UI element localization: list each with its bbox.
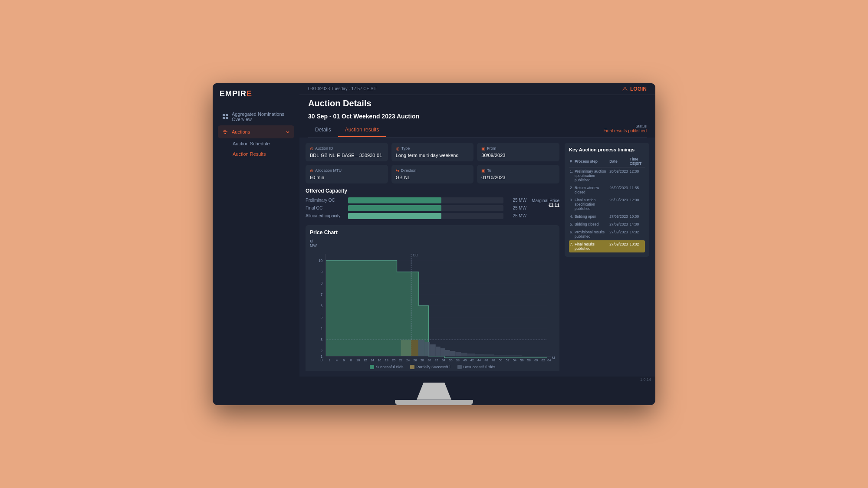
info-cards-row2: ⊕ Allocation MTU 60 min ⇆ Direction xyxy=(306,165,559,183)
svg-text:46: 46 xyxy=(484,358,488,362)
grid-icon xyxy=(222,114,228,120)
timings-time-4: 10:00 xyxy=(629,213,645,220)
allocated-capacity-bar-container xyxy=(348,213,503,219)
login-icon xyxy=(622,86,628,92)
legend-successful-label: Successful Bids xyxy=(376,365,404,369)
sidebar: EMPIRE Aggregated Nominations Overview xyxy=(213,83,299,383)
svg-text:62: 62 xyxy=(542,358,545,362)
timings-row-4: 4. Bidding open 27/09/2023 10:00 xyxy=(569,213,645,220)
legend-partially-dot xyxy=(410,365,414,369)
svg-text:24: 24 xyxy=(406,358,410,362)
marginal-price-label: Marginal Price xyxy=(532,198,559,203)
allocated-capacity-label: Allocated capacity xyxy=(306,213,345,218)
svg-rect-2 xyxy=(223,117,225,119)
timings-step-5: Bidding closed xyxy=(574,220,608,228)
svg-rect-69 xyxy=(441,348,445,356)
timings-row-7: 7. Final results published 27/09/2023 18… xyxy=(569,240,645,252)
timings-step-3: Final auction specification published xyxy=(574,196,608,213)
svg-rect-68 xyxy=(436,347,441,356)
auction-subtitle: 30 Sep - 01 Oct Weekend 2023 Auction xyxy=(308,110,647,120)
monitor-stand xyxy=(213,383,655,405)
svg-rect-70 xyxy=(445,350,450,356)
type-value: Long-term multi-day weekend xyxy=(396,153,470,158)
price-chart-title: Price Chart xyxy=(310,229,555,236)
main-content: 03/10/2023 Tuesday - 17:57 CE|SIT LOGIN … xyxy=(299,83,655,383)
timings-row-1: 1. Preliminary auction specification pub… xyxy=(569,167,645,184)
preliminary-oc-label: Preliminary OC xyxy=(306,198,345,203)
svg-text:50: 50 xyxy=(499,358,502,362)
timings-card: Key Auction process timings # Process st… xyxy=(565,143,649,257)
tab-details[interactable]: Details xyxy=(308,123,338,137)
svg-text:12: 12 xyxy=(364,358,367,362)
svg-rect-63 xyxy=(401,340,411,356)
chart-area: 10 9 8 7 6 5 4 3 2 1 xyxy=(310,249,555,362)
svg-text:44: 44 xyxy=(477,358,481,362)
allocation-mtu-value: 60 min xyxy=(310,175,384,180)
svg-text:36: 36 xyxy=(449,358,452,362)
timings-row-3: 3. Final auction specification published… xyxy=(569,196,645,213)
login-button[interactable]: LOGIN xyxy=(622,86,647,92)
svg-text:60: 60 xyxy=(534,358,538,362)
svg-text:0: 0 xyxy=(321,357,323,362)
type-icon: ◎ xyxy=(396,146,400,151)
page-header: Auction Details 30 Sep - 01 Oct Weekend … xyxy=(299,95,655,138)
timings-row-2: 2. Return window closed 26/09/2023 11:55 xyxy=(569,184,645,196)
timings-time-6: 14:02 xyxy=(629,228,645,240)
sidebar-item-auctions[interactable]: Auctions xyxy=(218,125,294,138)
from-value: 30/09/2023 xyxy=(481,153,555,158)
preliminary-oc-bar-container xyxy=(348,197,503,203)
info-card-direction: ⇆ Direction GB-NL xyxy=(391,165,474,183)
svg-text:4: 4 xyxy=(321,326,323,330)
capacity-row-allocated: Allocated capacity 25 MW xyxy=(306,213,526,219)
info-cards-row1: ⊙ Auction ID BDL-GB-NL-E-BASE—330930-01 … xyxy=(306,143,559,161)
timings-step-2: Return window closed xyxy=(574,184,608,196)
sidebar-sub-auction-results[interactable]: Auction Results xyxy=(228,149,294,159)
allocated-capacity-bar xyxy=(348,213,441,219)
timings-num-5: 5. xyxy=(569,220,574,228)
legend-unsuccessful: Unsuccessful Bids xyxy=(457,365,496,369)
timings-num-3: 3. xyxy=(569,196,574,213)
allocated-capacity-value: 25 MW xyxy=(507,213,526,218)
from-icon: ▣ xyxy=(481,146,485,151)
gavel-icon xyxy=(222,129,228,135)
tabs: Details Auction results xyxy=(308,123,386,137)
sidebar-item-auctions-label: Auctions xyxy=(232,129,250,134)
svg-text:20: 20 xyxy=(392,358,395,362)
svg-text:OC: OC xyxy=(413,252,418,257)
svg-text:40: 40 xyxy=(463,358,467,362)
svg-text:30: 30 xyxy=(427,358,431,362)
sidebar-sub-auction-schedule[interactable]: Auction Schedule xyxy=(228,138,294,149)
chart-y-label: €/MW xyxy=(310,239,555,248)
svg-text:2: 2 xyxy=(329,358,331,362)
tab-auction-results[interactable]: Auction results xyxy=(338,123,386,137)
capacity-row-final: Final OC 25 MW xyxy=(306,205,526,211)
offered-capacity-section: Offered Capacity Preliminary OC 25 MW xyxy=(306,188,559,221)
timings-time-3: 12:00 xyxy=(629,196,645,213)
svg-text:6: 6 xyxy=(343,358,345,362)
svg-text:48: 48 xyxy=(492,358,495,362)
svg-text:42: 42 xyxy=(470,358,474,362)
svg-text:22: 22 xyxy=(399,358,403,362)
timings-num-2: 2. xyxy=(569,184,574,196)
svg-rect-3 xyxy=(226,117,228,119)
timings-time-2: 11:55 xyxy=(629,184,645,196)
page-title: Auction Details xyxy=(308,98,372,108)
svg-rect-1 xyxy=(226,114,228,116)
auction-id-value: BDL-GB-NL-E-BASE—330930-01 xyxy=(310,153,384,158)
sidebar-item-nominations[interactable]: Aggregated Nominations Overview xyxy=(218,108,294,125)
svg-text:26: 26 xyxy=(413,358,417,362)
svg-rect-4 xyxy=(223,131,227,132)
svg-rect-66 xyxy=(424,342,430,356)
svg-text:16: 16 xyxy=(378,358,381,362)
preliminary-oc-value: 25 MW xyxy=(507,198,526,203)
svg-text:28: 28 xyxy=(421,358,424,362)
legend-partially: Partially Successful xyxy=(410,365,450,369)
timings-num-4: 4. xyxy=(569,213,574,220)
legend-partially-label: Partially Successful xyxy=(416,365,450,369)
final-oc-label: Final OC xyxy=(306,206,345,210)
info-card-type: ◎ Type Long-term multi-day weekend xyxy=(391,143,474,161)
legend-successful-dot xyxy=(370,365,374,369)
marginal-price-value: €3.11 xyxy=(532,203,559,208)
info-card-from: ▣ From 30/09/2023 xyxy=(477,143,559,161)
timings-row-5: 5. Bidding closed 27/09/2023 14:00 xyxy=(569,220,645,228)
